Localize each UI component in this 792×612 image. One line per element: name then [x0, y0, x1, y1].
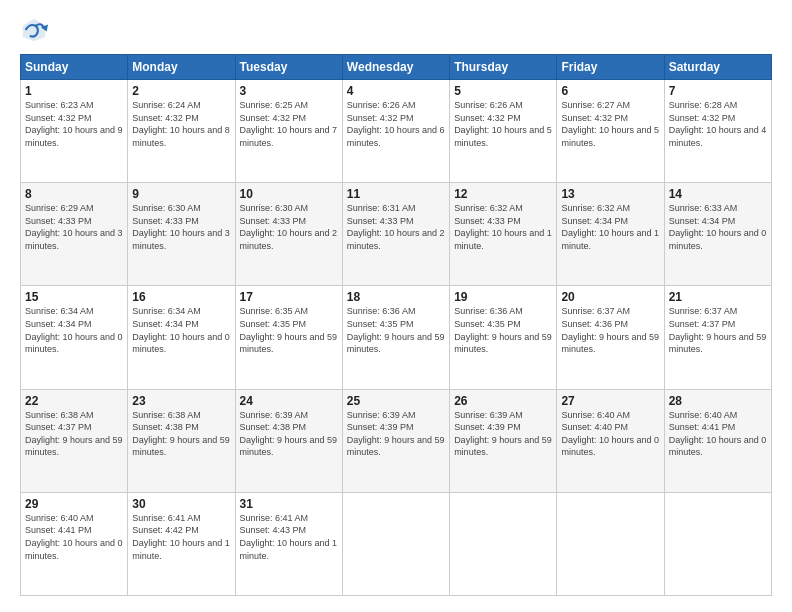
- cell-info: Sunrise: 6:37 AMSunset: 4:36 PMDaylight:…: [561, 306, 659, 354]
- day-number: 12: [454, 187, 552, 201]
- day-number: 13: [561, 187, 659, 201]
- day-number: 17: [240, 290, 338, 304]
- cell-info: Sunrise: 6:30 AMSunset: 4:33 PMDaylight:…: [132, 203, 230, 251]
- cell-info: Sunrise: 6:35 AMSunset: 4:35 PMDaylight:…: [240, 306, 338, 354]
- calendar-cell: 14 Sunrise: 6:33 AMSunset: 4:34 PMDaylig…: [664, 183, 771, 286]
- cell-info: Sunrise: 6:38 AMSunset: 4:37 PMDaylight:…: [25, 410, 123, 458]
- calendar-cell: 16 Sunrise: 6:34 AMSunset: 4:34 PMDaylig…: [128, 286, 235, 389]
- day-number: 9: [132, 187, 230, 201]
- calendar-cell: 28 Sunrise: 6:40 AMSunset: 4:41 PMDaylig…: [664, 389, 771, 492]
- cell-info: Sunrise: 6:40 AMSunset: 4:40 PMDaylight:…: [561, 410, 659, 458]
- calendar-cell: 12 Sunrise: 6:32 AMSunset: 4:33 PMDaylig…: [450, 183, 557, 286]
- weekday-header: Tuesday: [235, 55, 342, 80]
- cell-info: Sunrise: 6:32 AMSunset: 4:33 PMDaylight:…: [454, 203, 552, 251]
- day-number: 8: [25, 187, 123, 201]
- cell-info: Sunrise: 6:24 AMSunset: 4:32 PMDaylight:…: [132, 100, 230, 148]
- day-number: 18: [347, 290, 445, 304]
- day-number: 24: [240, 394, 338, 408]
- cell-info: Sunrise: 6:40 AMSunset: 4:41 PMDaylight:…: [669, 410, 767, 458]
- calendar-cell: 29 Sunrise: 6:40 AMSunset: 4:41 PMDaylig…: [21, 492, 128, 595]
- calendar-week-row: 29 Sunrise: 6:40 AMSunset: 4:41 PMDaylig…: [21, 492, 772, 595]
- calendar-week-row: 8 Sunrise: 6:29 AMSunset: 4:33 PMDayligh…: [21, 183, 772, 286]
- cell-info: Sunrise: 6:28 AMSunset: 4:32 PMDaylight:…: [669, 100, 767, 148]
- calendar-cell: 19 Sunrise: 6:36 AMSunset: 4:35 PMDaylig…: [450, 286, 557, 389]
- calendar-cell: [342, 492, 449, 595]
- day-number: 5: [454, 84, 552, 98]
- calendar-cell: 17 Sunrise: 6:35 AMSunset: 4:35 PMDaylig…: [235, 286, 342, 389]
- calendar-cell: 27 Sunrise: 6:40 AMSunset: 4:40 PMDaylig…: [557, 389, 664, 492]
- page: SundayMondayTuesdayWednesdayThursdayFrid…: [0, 0, 792, 612]
- calendar-cell: [557, 492, 664, 595]
- weekday-header: Wednesday: [342, 55, 449, 80]
- cell-info: Sunrise: 6:38 AMSunset: 4:38 PMDaylight:…: [132, 410, 230, 458]
- cell-info: Sunrise: 6:34 AMSunset: 4:34 PMDaylight:…: [132, 306, 230, 354]
- weekday-row: SundayMondayTuesdayWednesdayThursdayFrid…: [21, 55, 772, 80]
- cell-info: Sunrise: 6:26 AMSunset: 4:32 PMDaylight:…: [347, 100, 445, 148]
- day-number: 27: [561, 394, 659, 408]
- cell-info: Sunrise: 6:23 AMSunset: 4:32 PMDaylight:…: [25, 100, 123, 148]
- calendar-cell: [664, 492, 771, 595]
- calendar-cell: 15 Sunrise: 6:34 AMSunset: 4:34 PMDaylig…: [21, 286, 128, 389]
- calendar-header: SundayMondayTuesdayWednesdayThursdayFrid…: [21, 55, 772, 80]
- cell-info: Sunrise: 6:27 AMSunset: 4:32 PMDaylight:…: [561, 100, 659, 148]
- day-number: 28: [669, 394, 767, 408]
- day-number: 15: [25, 290, 123, 304]
- cell-info: Sunrise: 6:26 AMSunset: 4:32 PMDaylight:…: [454, 100, 552, 148]
- weekday-header: Monday: [128, 55, 235, 80]
- cell-info: Sunrise: 6:32 AMSunset: 4:34 PMDaylight:…: [561, 203, 659, 251]
- cell-info: Sunrise: 6:33 AMSunset: 4:34 PMDaylight:…: [669, 203, 767, 251]
- cell-info: Sunrise: 6:37 AMSunset: 4:37 PMDaylight:…: [669, 306, 767, 354]
- calendar-cell: 10 Sunrise: 6:30 AMSunset: 4:33 PMDaylig…: [235, 183, 342, 286]
- cell-info: Sunrise: 6:39 AMSunset: 4:39 PMDaylight:…: [347, 410, 445, 458]
- day-number: 20: [561, 290, 659, 304]
- day-number: 23: [132, 394, 230, 408]
- day-number: 16: [132, 290, 230, 304]
- calendar-cell: 23 Sunrise: 6:38 AMSunset: 4:38 PMDaylig…: [128, 389, 235, 492]
- calendar-cell: 24 Sunrise: 6:39 AMSunset: 4:38 PMDaylig…: [235, 389, 342, 492]
- day-number: 30: [132, 497, 230, 511]
- day-number: 29: [25, 497, 123, 511]
- calendar-cell: 31 Sunrise: 6:41 AMSunset: 4:43 PMDaylig…: [235, 492, 342, 595]
- cell-info: Sunrise: 6:34 AMSunset: 4:34 PMDaylight:…: [25, 306, 123, 354]
- calendar-cell: 5 Sunrise: 6:26 AMSunset: 4:32 PMDayligh…: [450, 80, 557, 183]
- day-number: 1: [25, 84, 123, 98]
- weekday-header: Saturday: [664, 55, 771, 80]
- header: [20, 16, 772, 44]
- calendar-cell: 30 Sunrise: 6:41 AMSunset: 4:42 PMDaylig…: [128, 492, 235, 595]
- cell-info: Sunrise: 6:39 AMSunset: 4:39 PMDaylight:…: [454, 410, 552, 458]
- calendar-cell: 25 Sunrise: 6:39 AMSunset: 4:39 PMDaylig…: [342, 389, 449, 492]
- calendar-cell: 6 Sunrise: 6:27 AMSunset: 4:32 PMDayligh…: [557, 80, 664, 183]
- cell-info: Sunrise: 6:40 AMSunset: 4:41 PMDaylight:…: [25, 513, 123, 561]
- calendar-cell: 13 Sunrise: 6:32 AMSunset: 4:34 PMDaylig…: [557, 183, 664, 286]
- calendar: SundayMondayTuesdayWednesdayThursdayFrid…: [20, 54, 772, 596]
- weekday-header: Thursday: [450, 55, 557, 80]
- cell-info: Sunrise: 6:29 AMSunset: 4:33 PMDaylight:…: [25, 203, 123, 251]
- day-number: 11: [347, 187, 445, 201]
- day-number: 6: [561, 84, 659, 98]
- day-number: 7: [669, 84, 767, 98]
- cell-info: Sunrise: 6:30 AMSunset: 4:33 PMDaylight:…: [240, 203, 338, 251]
- calendar-cell: 26 Sunrise: 6:39 AMSunset: 4:39 PMDaylig…: [450, 389, 557, 492]
- day-number: 25: [347, 394, 445, 408]
- logo: [20, 16, 52, 44]
- day-number: 21: [669, 290, 767, 304]
- calendar-cell: 9 Sunrise: 6:30 AMSunset: 4:33 PMDayligh…: [128, 183, 235, 286]
- cell-info: Sunrise: 6:39 AMSunset: 4:38 PMDaylight:…: [240, 410, 338, 458]
- day-number: 26: [454, 394, 552, 408]
- cell-info: Sunrise: 6:41 AMSunset: 4:42 PMDaylight:…: [132, 513, 230, 561]
- cell-info: Sunrise: 6:31 AMSunset: 4:33 PMDaylight:…: [347, 203, 445, 251]
- calendar-cell: 2 Sunrise: 6:24 AMSunset: 4:32 PMDayligh…: [128, 80, 235, 183]
- calendar-cell: 18 Sunrise: 6:36 AMSunset: 4:35 PMDaylig…: [342, 286, 449, 389]
- weekday-header: Friday: [557, 55, 664, 80]
- day-number: 2: [132, 84, 230, 98]
- day-number: 31: [240, 497, 338, 511]
- cell-info: Sunrise: 6:36 AMSunset: 4:35 PMDaylight:…: [454, 306, 552, 354]
- calendar-week-row: 1 Sunrise: 6:23 AMSunset: 4:32 PMDayligh…: [21, 80, 772, 183]
- calendar-cell: 4 Sunrise: 6:26 AMSunset: 4:32 PMDayligh…: [342, 80, 449, 183]
- calendar-week-row: 22 Sunrise: 6:38 AMSunset: 4:37 PMDaylig…: [21, 389, 772, 492]
- logo-icon: [20, 16, 48, 44]
- calendar-cell: 8 Sunrise: 6:29 AMSunset: 4:33 PMDayligh…: [21, 183, 128, 286]
- cell-info: Sunrise: 6:25 AMSunset: 4:32 PMDaylight:…: [240, 100, 338, 148]
- day-number: 10: [240, 187, 338, 201]
- day-number: 22: [25, 394, 123, 408]
